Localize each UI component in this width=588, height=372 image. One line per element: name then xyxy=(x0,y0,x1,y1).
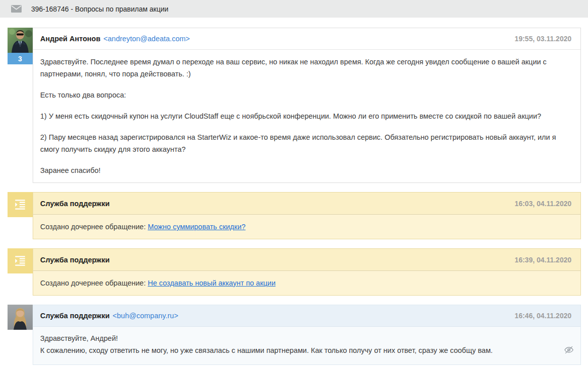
message-timestamp: 16:39, 04.11.2020 xyxy=(515,256,571,264)
author-name: Служба поддержки xyxy=(40,256,110,264)
author-email-link[interactable]: <buh@company.ru> xyxy=(113,312,178,320)
body-paragraph: 2) Пару месяцев назад зарегистрировался … xyxy=(40,131,566,155)
message-body: Здравствуйте, Андрей! К сожалению, сходу… xyxy=(33,327,580,364)
message-system-note: Служба поддержки 16:03, 04.11.2020 Созда… xyxy=(8,192,581,239)
customer-avatar-column: 3 xyxy=(8,28,33,64)
author-name: Служба поддержки xyxy=(40,312,110,320)
message-header: Служба поддержки <buh@company.ru> 16:46,… xyxy=(33,305,580,327)
ticket-title: 396-168746 - Вопросы по правилам акции xyxy=(31,5,168,13)
message-header: Служба поддержки 16:03, 04.11.2020 xyxy=(33,193,580,215)
message-timestamp: 16:46, 04.11.2020 xyxy=(515,312,571,320)
message-body: Создано дочернее обращение: Не создавать… xyxy=(33,271,580,295)
message-timestamp: 19:55, 03.11.2020 xyxy=(515,35,571,43)
author-email-link[interactable]: <andreyton@adeata.com> xyxy=(104,35,190,43)
message-timestamp: 16:03, 04.11.2020 xyxy=(515,200,571,208)
man-photo-avatar xyxy=(8,28,33,53)
eye-slash-icon[interactable] xyxy=(563,344,574,355)
message-thread: 3 Андрей Антонов <andreyton@adeata.com> … xyxy=(0,28,588,365)
body-paragraph: 1) У меня есть скидочный купон на услуги… xyxy=(40,110,566,122)
body-paragraph: Есть только два вопроса: xyxy=(40,89,566,101)
body-paragraph: Заранее спасибо! xyxy=(40,164,566,176)
message-header: Служба поддержки 16:39, 04.11.2020 xyxy=(33,249,580,271)
body-paragraph: Здравствуйте. Последнее время думал о пе… xyxy=(40,56,566,80)
body-paragraph: К сожалению, сходу ответить не могу, но … xyxy=(40,344,557,356)
child-ticket-link[interactable]: Не создавать новый аккаунт по акции xyxy=(148,279,275,287)
child-ticket-link[interactable]: Можно суммировать скидки? xyxy=(148,223,246,231)
envelope-icon xyxy=(11,5,22,13)
message-body: Создано дочернее обращение: Можно суммир… xyxy=(33,215,580,239)
note-prefix: Создано дочернее обращение: xyxy=(40,223,148,231)
indent-note-icon xyxy=(8,192,33,217)
ticket-topbar: 396-168746 - Вопросы по правилам акции xyxy=(0,0,588,18)
author-name: Андрей Антонов xyxy=(40,35,101,43)
message-staff-reply: Служба поддержки <buh@company.ru> 16:46,… xyxy=(8,305,581,365)
body-paragraph: Здравствуйте, Андрей! xyxy=(40,332,557,344)
message-system-note: Служба поддержки 16:39, 04.11.2020 Созда… xyxy=(8,248,581,296)
message-body: Здравствуйте. Последнее время думал о пе… xyxy=(33,50,580,182)
indent-note-icon xyxy=(8,248,33,273)
message-customer: 3 Андрей Антонов <andreyton@adeata.com> … xyxy=(8,28,581,183)
message-count-badge: 3 xyxy=(8,53,33,64)
note-prefix: Создано дочернее обращение: xyxy=(40,279,148,287)
woman-photo-avatar xyxy=(8,305,33,330)
message-header: Андрей Антонов <andreyton@adeata.com> 19… xyxy=(33,28,580,50)
author-name: Служба поддержки xyxy=(40,200,110,208)
